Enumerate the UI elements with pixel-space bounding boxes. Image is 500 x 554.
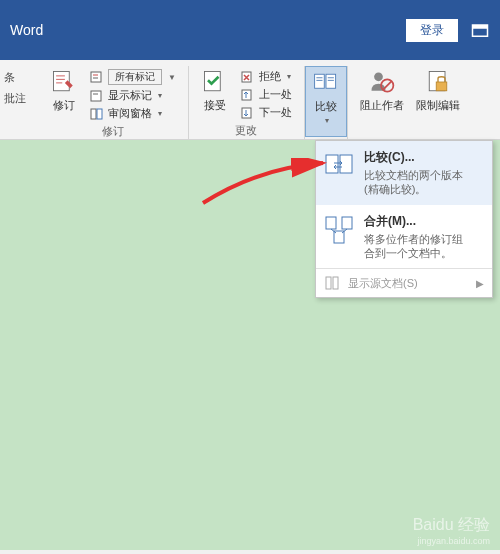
block-authors-button[interactable]: 阻止作者 <box>354 66 410 137</box>
merge-desc: 将多位作者的修订组合到一个文档中。 <box>364 232 484 261</box>
svg-rect-12 <box>97 109 102 119</box>
svg-rect-28 <box>326 155 338 173</box>
svg-rect-31 <box>342 217 352 229</box>
svg-line-25 <box>383 81 392 90</box>
ribbon-display-options-icon[interactable] <box>470 20 490 40</box>
merge-menu-item[interactable]: 合并(M)... 将多位作者的修订组合到一个文档中。 <box>316 205 492 269</box>
ribbon-partial-left: 条 批注 <box>0 66 38 139</box>
svg-rect-18 <box>326 74 336 88</box>
compare-dropdown-menu: 比较(C)... 比较文档的两个版本(精确比较)。 合并(M)... 将多位作者… <box>315 140 493 298</box>
svg-rect-33 <box>326 277 331 289</box>
svg-rect-17 <box>315 74 325 88</box>
login-button[interactable]: 登录 <box>406 19 458 42</box>
changes-group-label: 更改 <box>235 123 257 138</box>
app-title: Word <box>10 22 43 38</box>
svg-rect-34 <box>333 277 338 289</box>
restrict-editing-button[interactable]: 限制编辑 <box>410 66 466 137</box>
svg-rect-11 <box>91 109 96 119</box>
show-markup-dropdown[interactable]: 显示标记 ▾ <box>86 87 180 104</box>
compare-icon <box>324 149 356 181</box>
compare-title: 比较(C)... <box>364 149 484 166</box>
reviewing-pane-dropdown[interactable]: 审阅窗格 ▾ <box>86 105 180 122</box>
merge-title: 合并(M)... <box>364 213 484 230</box>
svg-rect-1 <box>473 25 488 29</box>
next-change-button[interactable]: 下一处 <box>237 104 296 121</box>
accept-button[interactable]: 接受 <box>195 66 235 123</box>
previous-change-button[interactable]: 上一处 <box>237 86 296 103</box>
revisions-group-label: 修订 <box>102 124 124 139</box>
svg-rect-27 <box>436 82 447 91</box>
show-source-menu-item: 显示源文档(S) ▶ <box>316 269 492 297</box>
display-for-review-dropdown[interactable]: 所有标记 ▼ <box>86 68 180 86</box>
merge-icon <box>324 213 356 245</box>
compare-desc: 比较文档的两个版本(精确比较)。 <box>364 168 484 197</box>
track-changes-button[interactable]: 修订 <box>44 66 84 124</box>
svg-rect-9 <box>91 91 101 101</box>
submenu-caret-icon: ▶ <box>476 278 484 289</box>
compare-menu-item[interactable]: 比较(C)... 比较文档的两个版本(精确比较)。 <box>316 141 492 205</box>
svg-rect-30 <box>326 217 336 229</box>
compare-button[interactable]: 比较 ▾ <box>305 66 347 137</box>
watermark: Baidu 经验 jingyan.baidu.com <box>413 515 490 546</box>
source-doc-icon <box>324 275 340 291</box>
svg-point-23 <box>374 72 383 81</box>
reject-dropdown[interactable]: 拒绝 ▾ <box>237 68 296 85</box>
svg-rect-29 <box>340 155 352 173</box>
svg-rect-6 <box>91 72 101 82</box>
